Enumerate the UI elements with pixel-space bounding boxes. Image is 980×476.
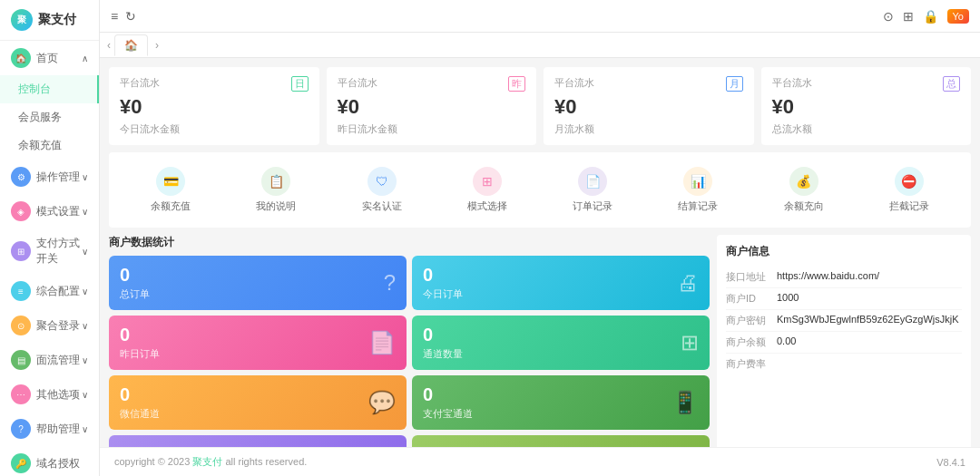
sidebar-group-home: 🏠 首页 ∧ 控制台 会员服务 余额充值 <box>0 41 99 160</box>
info-value-key: KmSg3WbJEgwlnfB59z62EyGzgWjsJkjK <box>777 314 962 325</box>
merchant-info-title: 商户信息 <box>726 244 962 259</box>
tile-offline-value: 0 <box>423 444 463 447</box>
login-label: 聚合登录 <box>36 318 82 334</box>
stat-card-today-amount: ¥0 <box>120 95 309 119</box>
pay-icon: ⊞ <box>11 241 31 261</box>
stat-card-today-icon: 日 <box>291 76 309 92</box>
stat-card-yesterday-sub: 昨日流水金额 <box>338 122 526 136</box>
home-chevron: ∧ <box>82 53 88 63</box>
tile-alipay-value: 0 <box>423 384 473 405</box>
qa-recharge[interactable]: 💳 余额充值 <box>118 161 223 219</box>
info-row-rate: 商户费率 <box>726 354 962 374</box>
ops-chevron: ∨ <box>82 172 88 182</box>
qa-settlement-label: 结算记录 <box>678 199 718 213</box>
tile-total-orders-icon: ? <box>384 270 396 296</box>
sidebar-group-other[interactable]: ⋯ 其他选项 ∨ <box>0 377 99 412</box>
info-row-url: 接口地址 https://www.baidu.com/ <box>726 267 962 288</box>
tile-today-orders: 0 今日订单 🖨 <box>412 256 710 310</box>
qa-settlement-icon: 📊 <box>683 167 712 196</box>
info-value-balance: 0.00 <box>777 335 962 346</box>
stat-card-month-amount: ¥0 <box>554 95 743 119</box>
qa-mode-label: 模式选择 <box>467 199 507 213</box>
qa-balance-dir-icon: 💰 <box>789 167 818 196</box>
qa-recharge-label: 余额充值 <box>151 199 191 213</box>
qa-mode[interactable]: ⊞ 模式选择 <box>435 161 540 219</box>
stat-card-total-icon: 总 <box>943 76 960 92</box>
tile-yest-orders: 0 昨日订单 📄 <box>109 316 407 370</box>
sidebar-group-mode[interactable]: ◈ 模式设置 ∨ <box>0 194 99 228</box>
qa-orders-label: 订单记录 <box>573 199 612 213</box>
config-chevron: ∨ <box>82 287 88 296</box>
sidebar-group-config[interactable]: ≡ 综合配置 ∨ <box>0 274 99 308</box>
domain-icon: 🔑 <box>11 453 31 473</box>
tab-forward-icon[interactable]: › <box>155 39 159 52</box>
console-label: 控制台 <box>18 82 51 97</box>
qa-settlement[interactable]: 📊 结算记录 <box>645 161 750 219</box>
lock-icon[interactable]: 🔒 <box>923 9 938 24</box>
mode-label: 模式设置 <box>36 204 82 219</box>
tab-bar: ‹ 🏠 › <box>100 33 980 58</box>
stat-card-month-title: 平台流水 <box>554 76 594 92</box>
qa-orders[interactable]: 📄 订单记录 <box>540 161 645 219</box>
info-row-key: 商户密钥 KmSg3WbJEgwlnfB59z62EyGzgWjsJkjK <box>726 310 962 332</box>
tile-alipay-label: 支付宝通道 <box>423 407 473 421</box>
stat-card-today-sub: 今日流水金额 <box>120 122 309 136</box>
tile-wechat-info: 0 微信通道 <box>120 384 160 421</box>
sidebar-group-help[interactable]: ? 帮助管理 ∨ <box>0 412 99 446</box>
login-chevron: ∨ <box>82 321 88 331</box>
tab-home[interactable]: 🏠 <box>114 34 148 56</box>
info-label-balance: 商户余额 <box>726 335 777 349</box>
qa-verify-label: 实名认证 <box>362 199 402 213</box>
qa-manual[interactable]: 📋 我的说明 <box>223 161 328 219</box>
logo-text: 聚支付 <box>38 12 76 28</box>
sidebar-group-ops[interactable]: ⚙ 操作管理 ∨ <box>0 160 99 194</box>
merchant-info-panel: 商户信息 接口地址 https://www.baidu.com/ 商户ID 10… <box>717 235 971 447</box>
tab-back-icon[interactable]: ‹ <box>107 39 111 52</box>
stat-cards-row: 平台流水 日 ¥0 今日流水金额 平台流水 昨 ¥0 昨日流水金额 <box>109 67 971 145</box>
tile-alipay-channel: 0 支付宝通道 📱 <box>412 375 710 430</box>
sidebar-item-recharge[interactable]: 余额充值 <box>0 131 99 160</box>
user-avatar[interactable]: Yo <box>947 9 969 24</box>
info-value-id: 1000 <box>777 292 962 303</box>
footer: copyright © 2023 聚支付 all rights reserved… <box>100 447 980 476</box>
tile-yest-orders-label: 昨日订单 <box>120 347 160 361</box>
sidebar-group-home-header[interactable]: 🏠 首页 ∧ <box>0 41 99 75</box>
notification-icon[interactable]: ⊙ <box>883 9 894 24</box>
refresh-icon[interactable]: ↻ <box>125 9 136 24</box>
home-group-icon: 🏠 <box>11 48 31 68</box>
tile-total-orders-label: 总订单 <box>120 287 150 301</box>
stat-card-total: 平台流水 总 ¥0 总流水额 <box>761 67 972 145</box>
tile-channel-count-info: 0 通道数量 <box>423 325 463 361</box>
tile-wechat-value: 0 <box>120 384 160 405</box>
home-group-label: 首页 <box>36 51 82 66</box>
tile-today-orders-info: 0 今日订单 <box>423 265 463 301</box>
grid-icon[interactable]: ⊞ <box>903 9 914 24</box>
sidebar-item-member[interactable]: 会员服务 <box>0 103 99 131</box>
qa-intercept[interactable]: ⛔ 拦截记录 <box>857 161 962 219</box>
pay-label: 支付方式开关 <box>36 236 82 267</box>
menu-icon[interactable]: ≡ <box>111 9 118 24</box>
qa-verify[interactable]: 🛡 实名认证 <box>329 161 435 219</box>
domain-label: 域名授权 <box>36 456 88 471</box>
sidebar-group-flow[interactable]: ▤ 面流管理 ∨ <box>0 343 99 377</box>
config-label: 综合配置 <box>36 284 82 299</box>
sidebar-group-login[interactable]: ⊙ 聚合登录 ∨ <box>0 308 99 343</box>
ops-label: 操作管理 <box>36 170 82 185</box>
tile-today-orders-icon: 🖨 <box>677 270 699 296</box>
sidebar-group-pay[interactable]: ⊞ 支付方式开关 ∨ <box>0 228 99 274</box>
qa-balance-dir[interactable]: 💰 余额充向 <box>751 161 857 219</box>
help-label: 帮助管理 <box>36 422 82 437</box>
sidebar: 聚 聚支付 🏠 首页 ∧ 控制台 会员服务 余额充值 ⚙ 操作管理 ∨ ◈ 模式… <box>0 0 100 476</box>
stat-card-yesterday-icon: 昨 <box>508 76 525 92</box>
quick-actions: 💳 余额充值 📋 我的说明 🛡 实名认证 ⊞ 模式选择 📄 订单记录 <box>109 152 971 228</box>
two-col-section: 商户数据统计 0 总订单 ? 0 今日订单 <box>109 235 971 447</box>
sidebar-group-domain[interactable]: 🔑 域名授权 <box>0 446 99 476</box>
sidebar-item-console[interactable]: 控制台 <box>0 75 99 103</box>
stat-card-month-icon: 月 <box>726 76 743 92</box>
recharge-label: 余额充值 <box>18 138 62 153</box>
qa-manual-icon: 📋 <box>261 167 290 196</box>
flow-chevron: ∨ <box>82 355 88 365</box>
footer-link[interactable]: 聚支付 <box>192 456 222 467</box>
stat-grid: 0 总订单 ? 0 今日订单 🖨 <box>109 256 710 447</box>
qa-recharge-icon: 💳 <box>156 167 185 196</box>
